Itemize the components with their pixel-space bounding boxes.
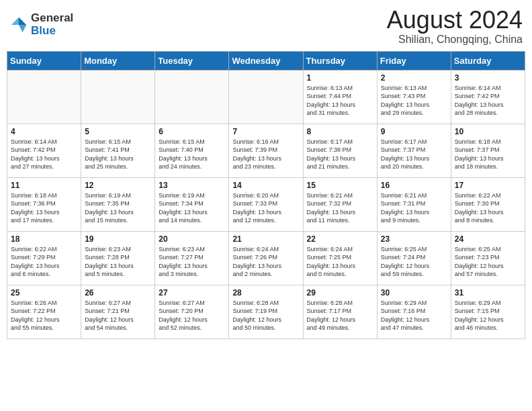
calendar-cell: 28Sunrise: 6:28 AM Sunset: 7:19 PM Dayli… bbox=[229, 285, 303, 338]
weekday-header-thursday: Thursday bbox=[303, 51, 377, 70]
day-number: 28 bbox=[232, 288, 299, 298]
day-number: 15 bbox=[307, 181, 373, 190]
day-info: Sunrise: 6:19 AM Sunset: 7:34 PM Dayligh… bbox=[159, 191, 225, 225]
calendar-cell: 30Sunrise: 6:29 AM Sunset: 7:16 PM Dayli… bbox=[377, 285, 451, 338]
day-info: Sunrise: 6:13 AM Sunset: 7:43 PM Dayligh… bbox=[381, 84, 447, 118]
calendar-cell: 22Sunrise: 6:24 AM Sunset: 7:25 PM Dayli… bbox=[303, 231, 377, 285]
day-number: 18 bbox=[11, 234, 77, 244]
day-info: Sunrise: 6:25 AM Sunset: 7:24 PM Dayligh… bbox=[381, 245, 447, 279]
calendar-week-1: 1Sunrise: 6:13 AM Sunset: 7:44 PM Daylig… bbox=[7, 70, 525, 124]
day-info: Sunrise: 6:15 AM Sunset: 7:40 PM Dayligh… bbox=[159, 138, 225, 171]
day-info: Sunrise: 6:23 AM Sunset: 7:28 PM Dayligh… bbox=[85, 245, 151, 279]
day-number: 2 bbox=[381, 73, 447, 83]
day-info: Sunrise: 6:22 AM Sunset: 7:30 PM Dayligh… bbox=[455, 191, 521, 225]
day-number: 27 bbox=[159, 288, 225, 298]
day-number: 4 bbox=[11, 127, 77, 136]
calendar-cell: 24Sunrise: 6:25 AM Sunset: 7:23 PM Dayli… bbox=[451, 231, 525, 285]
day-info: Sunrise: 6:20 AM Sunset: 7:33 PM Dayligh… bbox=[232, 191, 299, 225]
calendar-cell: 1Sunrise: 6:13 AM Sunset: 7:44 PM Daylig… bbox=[303, 70, 377, 124]
calendar-cell bbox=[229, 70, 303, 124]
calendar-cell: 12Sunrise: 6:19 AM Sunset: 7:35 PM Dayli… bbox=[81, 177, 155, 231]
calendar-cell bbox=[155, 70, 229, 124]
day-info: Sunrise: 6:25 AM Sunset: 7:23 PM Dayligh… bbox=[455, 245, 521, 279]
day-info: Sunrise: 6:24 AM Sunset: 7:26 PM Dayligh… bbox=[232, 245, 299, 279]
logo-blue-text: Blue bbox=[31, 25, 73, 38]
day-number: 3 bbox=[455, 73, 521, 83]
day-number: 6 bbox=[159, 127, 225, 136]
calendar-cell: 13Sunrise: 6:19 AM Sunset: 7:34 PM Dayli… bbox=[155, 177, 229, 231]
logo-icon bbox=[9, 15, 28, 34]
day-info: Sunrise: 6:16 AM Sunset: 7:39 PM Dayligh… bbox=[232, 138, 299, 171]
calendar-cell: 6Sunrise: 6:15 AM Sunset: 7:40 PM Daylig… bbox=[155, 124, 229, 177]
day-info: Sunrise: 6:23 AM Sunset: 7:27 PM Dayligh… bbox=[159, 245, 225, 279]
svg-marker-2 bbox=[11, 17, 19, 24]
day-info: Sunrise: 6:13 AM Sunset: 7:44 PM Dayligh… bbox=[307, 84, 373, 118]
calendar-cell: 11Sunrise: 6:18 AM Sunset: 7:36 PM Dayli… bbox=[7, 177, 81, 231]
calendar-cell: 29Sunrise: 6:28 AM Sunset: 7:17 PM Dayli… bbox=[303, 285, 377, 338]
day-info: Sunrise: 6:18 AM Sunset: 7:37 PM Dayligh… bbox=[455, 138, 521, 171]
day-number: 10 bbox=[455, 127, 521, 136]
day-info: Sunrise: 6:14 AM Sunset: 7:42 PM Dayligh… bbox=[11, 138, 77, 171]
day-number: 21 bbox=[232, 234, 299, 244]
calendar-cell bbox=[81, 70, 155, 124]
month-year-title: August 2024 bbox=[387, 7, 523, 34]
day-info: Sunrise: 6:24 AM Sunset: 7:25 PM Dayligh… bbox=[307, 245, 373, 279]
day-info: Sunrise: 6:19 AM Sunset: 7:35 PM Dayligh… bbox=[85, 191, 151, 225]
day-info: Sunrise: 6:29 AM Sunset: 7:16 PM Dayligh… bbox=[381, 299, 447, 332]
weekday-header-friday: Friday bbox=[377, 51, 451, 70]
page-header: General Blue August 2024 Shilian, Chongq… bbox=[7, 7, 525, 46]
day-info: Sunrise: 6:14 AM Sunset: 7:42 PM Dayligh… bbox=[455, 84, 521, 118]
title-area: August 2024 Shilian, Chongqing, China bbox=[387, 7, 523, 46]
day-number: 24 bbox=[455, 234, 521, 244]
weekday-header-sunday: Sunday bbox=[7, 51, 81, 70]
day-info: Sunrise: 6:27 AM Sunset: 7:21 PM Dayligh… bbox=[85, 299, 151, 332]
calendar-week-5: 25Sunrise: 6:26 AM Sunset: 7:22 PM Dayli… bbox=[7, 285, 525, 338]
calendar-cell: 26Sunrise: 6:27 AM Sunset: 7:21 PM Dayli… bbox=[81, 285, 155, 338]
calendar-cell: 23Sunrise: 6:25 AM Sunset: 7:24 PM Dayli… bbox=[377, 231, 451, 285]
calendar-cell: 27Sunrise: 6:27 AM Sunset: 7:20 PM Dayli… bbox=[155, 285, 229, 338]
day-number: 25 bbox=[11, 288, 77, 298]
day-number: 5 bbox=[85, 127, 151, 136]
day-number: 13 bbox=[159, 181, 225, 190]
calendar-cell: 25Sunrise: 6:26 AM Sunset: 7:22 PM Dayli… bbox=[7, 285, 81, 338]
day-info: Sunrise: 6:17 AM Sunset: 7:38 PM Dayligh… bbox=[307, 138, 373, 171]
calendar-cell: 18Sunrise: 6:22 AM Sunset: 7:29 PM Dayli… bbox=[7, 231, 81, 285]
day-info: Sunrise: 6:26 AM Sunset: 7:22 PM Dayligh… bbox=[11, 299, 77, 332]
logo-general-text: General bbox=[31, 12, 73, 25]
day-info: Sunrise: 6:29 AM Sunset: 7:15 PM Dayligh… bbox=[455, 299, 521, 332]
svg-marker-1 bbox=[19, 25, 26, 32]
day-number: 1 bbox=[307, 73, 373, 83]
calendar-cell: 15Sunrise: 6:21 AM Sunset: 7:32 PM Dayli… bbox=[303, 177, 377, 231]
day-number: 30 bbox=[381, 288, 447, 298]
day-info: Sunrise: 6:17 AM Sunset: 7:37 PM Dayligh… bbox=[381, 138, 447, 171]
day-info: Sunrise: 6:21 AM Sunset: 7:31 PM Dayligh… bbox=[381, 191, 447, 225]
day-number: 7 bbox=[232, 127, 299, 136]
day-info: Sunrise: 6:15 AM Sunset: 7:41 PM Dayligh… bbox=[85, 138, 151, 171]
day-info: Sunrise: 6:21 AM Sunset: 7:32 PM Dayligh… bbox=[307, 191, 373, 225]
calendar-cell: 20Sunrise: 6:23 AM Sunset: 7:27 PM Dayli… bbox=[155, 231, 229, 285]
day-number: 14 bbox=[232, 181, 299, 190]
day-info: Sunrise: 6:28 AM Sunset: 7:19 PM Dayligh… bbox=[232, 299, 299, 332]
calendar-cell: 21Sunrise: 6:24 AM Sunset: 7:26 PM Dayli… bbox=[229, 231, 303, 285]
calendar-cell: 4Sunrise: 6:14 AM Sunset: 7:42 PM Daylig… bbox=[7, 124, 81, 177]
day-number: 31 bbox=[455, 288, 521, 298]
calendar-cell: 14Sunrise: 6:20 AM Sunset: 7:33 PM Dayli… bbox=[229, 177, 303, 231]
day-number: 26 bbox=[85, 288, 151, 298]
day-number: 8 bbox=[307, 127, 373, 136]
calendar-cell: 17Sunrise: 6:22 AM Sunset: 7:30 PM Dayli… bbox=[451, 177, 525, 231]
day-number: 23 bbox=[381, 234, 447, 244]
calendar-cell: 8Sunrise: 6:17 AM Sunset: 7:38 PM Daylig… bbox=[303, 124, 377, 177]
day-number: 11 bbox=[11, 181, 77, 190]
calendar-week-4: 18Sunrise: 6:22 AM Sunset: 7:29 PM Dayli… bbox=[7, 231, 525, 285]
day-number: 12 bbox=[85, 181, 151, 190]
weekday-header-tuesday: Tuesday bbox=[155, 51, 229, 70]
svg-marker-0 bbox=[19, 17, 26, 24]
calendar-cell: 7Sunrise: 6:16 AM Sunset: 7:39 PM Daylig… bbox=[229, 124, 303, 177]
calendar-cell: 31Sunrise: 6:29 AM Sunset: 7:15 PM Dayli… bbox=[451, 285, 525, 338]
calendar-cell bbox=[7, 70, 81, 124]
weekday-header-monday: Monday bbox=[81, 51, 155, 70]
calendar-header-row: SundayMondayTuesdayWednesdayThursdayFrid… bbox=[7, 51, 525, 70]
day-number: 29 bbox=[307, 288, 373, 298]
calendar-cell: 16Sunrise: 6:21 AM Sunset: 7:31 PM Dayli… bbox=[377, 177, 451, 231]
day-info: Sunrise: 6:28 AM Sunset: 7:17 PM Dayligh… bbox=[307, 299, 373, 332]
